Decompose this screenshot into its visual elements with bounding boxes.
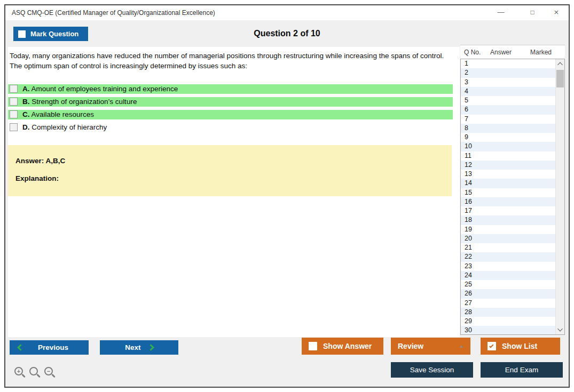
question-list-row[interactable]: 23 <box>461 262 555 271</box>
question-number: 13 <box>461 170 555 179</box>
question-list-row[interactable]: 26 <box>461 289 555 298</box>
question-number: 18 <box>461 215 555 225</box>
question-list-row[interactable]: 25 <box>461 280 555 289</box>
previous-button[interactable]: Previous <box>10 340 89 355</box>
column-header-qno: Q No. <box>460 49 490 56</box>
zoom-in-icon[interactable]: + <box>14 367 23 375</box>
option-letter: C. <box>22 110 30 118</box>
question-list-row[interactable]: 20 <box>461 234 555 243</box>
question-list-row[interactable]: 9 <box>461 133 555 142</box>
save-session-button[interactable]: Save Session <box>391 362 473 378</box>
question-number: 26 <box>461 289 555 298</box>
question-number: 25 <box>461 280 555 289</box>
option-row-a[interactable]: A. Amount of employees training and expe… <box>8 84 453 94</box>
question-panel: Today, many organizations have reduced t… <box>8 47 460 337</box>
question-list-row[interactable]: 15 <box>461 188 555 197</box>
question-counter: Question 2 of 10 <box>5 29 569 38</box>
question-list-row[interactable]: 4 <box>461 87 555 96</box>
maximize-icon[interactable]: □ <box>524 5 540 20</box>
question-list-row[interactable]: 12 <box>461 161 555 170</box>
show-list-button[interactable]: Show List <box>481 338 560 355</box>
question-number: 3 <box>461 78 555 87</box>
show-list-checkbox[interactable] <box>487 342 496 350</box>
review-label: Review <box>398 342 423 350</box>
question-number: 24 <box>461 271 555 280</box>
question-list-row[interactable]: 21 <box>461 243 555 252</box>
next-label: Next <box>125 343 140 351</box>
question-list-row[interactable]: 11 <box>461 151 555 161</box>
question-list-row[interactable]: 2 <box>461 68 555 77</box>
question-number: 10 <box>461 142 555 151</box>
option-b-checkbox[interactable] <box>10 98 18 106</box>
question-number: 12 <box>461 161 555 170</box>
show-answer-checkbox[interactable] <box>309 342 317 350</box>
question-list-row[interactable]: 13 <box>461 170 555 179</box>
question-list-row[interactable]: 19 <box>461 225 555 234</box>
question-number: 16 <box>461 197 555 206</box>
scroll-up-icon[interactable] <box>557 62 563 68</box>
answer-text: Answer: A,B,C <box>15 157 65 165</box>
question-number: 1 <box>461 59 555 68</box>
scroll-down-icon[interactable] <box>557 326 563 332</box>
question-number: 6 <box>461 105 555 114</box>
next-button[interactable]: Next <box>100 340 178 355</box>
question-number: 20 <box>461 234 555 243</box>
option-row-c[interactable]: C. Available resources <box>8 110 453 119</box>
question-list-row[interactable]: 22 <box>461 252 555 261</box>
question-number: 15 <box>461 188 555 197</box>
zoom-out-icon[interactable]: − <box>44 367 53 375</box>
titlebar: ASQ CMQ-OE (Certified Manager of Quality… <box>5 5 569 20</box>
option-text: Amount of employees training and experie… <box>32 85 178 93</box>
option-row-d[interactable]: D. Complexity of hierarchy <box>8 123 453 132</box>
option-a-checkbox[interactable] <box>10 85 18 93</box>
question-list-row[interactable]: 6 <box>461 105 555 114</box>
question-list-row[interactable]: 8 <box>461 124 555 133</box>
option-c-checkbox[interactable] <box>10 110 18 118</box>
question-list-row[interactable]: 27 <box>461 299 555 308</box>
question-list-row[interactable]: 16 <box>461 197 555 206</box>
question-number: 23 <box>461 262 555 271</box>
question-number: 27 <box>461 299 555 308</box>
question-number: 8 <box>461 124 555 133</box>
column-header-answer: Answer <box>490 49 530 56</box>
option-letter: B. <box>22 98 30 106</box>
content-area: Mark Question Question 2 of 10 Today, ma… <box>5 20 569 387</box>
question-list-row[interactable]: 7 <box>461 115 555 124</box>
question-number: 4 <box>461 87 555 96</box>
question-number: 2 <box>461 68 555 77</box>
question-list-row[interactable]: 3 <box>461 78 555 87</box>
question-list-row[interactable]: 30 <box>461 326 555 335</box>
end-exam-button[interactable]: End Exam <box>481 362 563 378</box>
option-d-checkbox[interactable] <box>10 123 18 131</box>
question-list-row[interactable]: 14 <box>461 179 555 188</box>
show-answer-button[interactable]: Show Answer <box>302 338 383 355</box>
previous-label: Previous <box>38 343 68 351</box>
explanation-label: Explanation: <box>15 174 59 182</box>
check-icon <box>489 343 493 348</box>
minimize-icon[interactable]: — <box>493 5 509 20</box>
question-list-row[interactable]: 18 <box>461 215 555 225</box>
chevron-up-icon: ▲ <box>459 343 464 349</box>
question-list-row[interactable]: 28 <box>461 308 555 317</box>
question-list-row[interactable]: 5 <box>461 96 555 105</box>
zoom-reset-icon[interactable] <box>29 367 38 375</box>
question-list-row[interactable]: 29 <box>461 317 555 326</box>
app-window: ASQ CMQ-OE (Certified Manager of Quality… <box>4 4 570 388</box>
zoom-controls: + − <box>14 367 53 375</box>
option-text: Strength of organization’s culture <box>32 98 137 106</box>
show-list-label: Show List <box>502 342 537 350</box>
question-list-row[interactable]: 1 <box>461 59 555 68</box>
question-list-row[interactable]: 24 <box>461 271 555 280</box>
question-list-row[interactable]: 10 <box>461 142 555 151</box>
scroll-thumb[interactable] <box>556 70 564 87</box>
review-button[interactable]: Review ▲ <box>391 338 470 355</box>
option-letter: A. <box>22 85 30 93</box>
question-number: 28 <box>461 308 555 317</box>
show-answer-label: Show Answer <box>323 342 372 350</box>
question-list-row[interactable]: 17 <box>461 206 555 215</box>
question-list-scrollbar[interactable] <box>555 59 564 334</box>
question-list-rows: 1234567891011121314151617181920212223242… <box>461 59 564 335</box>
close-icon[interactable]: × <box>548 5 564 20</box>
option-row-b[interactable]: B. Strength of organization’s culture <box>8 97 453 107</box>
answer-box: Answer: A,B,C Explanation: <box>8 145 452 196</box>
